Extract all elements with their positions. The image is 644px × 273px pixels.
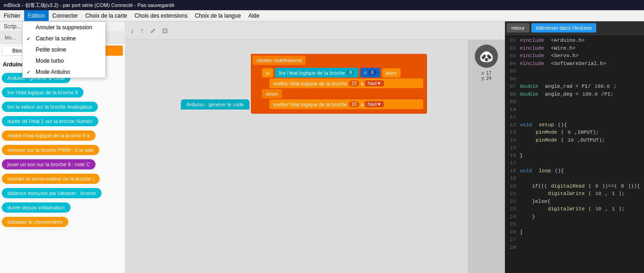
code-line-13: 13 pinMode(9,INPUT);: [507, 129, 642, 136]
block-jouer-son[interactable]: jouer un son sur la broche 9 : note C: [2, 159, 96, 169]
blocks-section: Arduino ▼ Arduino - générer le code lire…: [0, 58, 125, 273]
prog-outer-block: répéter indéfiniment si lire l'état logi…: [251, 54, 427, 114]
menu-choix-carte[interactable]: Choix de la carte: [82, 10, 131, 21]
prog-si-block[interactable]: si: [262, 68, 273, 78]
menu-choix-langue[interactable]: Choix de la langue: [191, 10, 244, 21]
toolbar-btn-grid[interactable]: ⊡: [160, 26, 170, 35]
prog-header-label: Arduino - générer le code: [186, 102, 244, 107]
right-toolbar: retour téléverser dans l'Arduino: [505, 21, 644, 35]
block-lire-etat[interactable]: lire l'état logique de la broche 9: [2, 87, 83, 98]
prog-alors-block[interactable]: alors: [382, 68, 401, 78]
toolbar-btn-down[interactable]: ↓: [129, 26, 136, 35]
prog-mettre1-block[interactable]: mettre l'état logique de la broche 10 à …: [269, 78, 423, 88]
prog-broche9-badge: 9: [346, 70, 355, 76]
tab-mo[interactable]: Mo...: [1, 33, 19, 42]
prog-broche10b-badge: 10: [349, 101, 359, 107]
toolbar-btn-up[interactable]: ↑: [139, 26, 146, 35]
code-line-20: 20 if(((digitalRead(9))==(0))){: [507, 182, 642, 190]
block-duree-init[interactable]: durée depuis initialisation: [2, 202, 70, 213]
block-orienter-servo[interactable]: orienter le servo-moteur de la broche (: [2, 174, 100, 184]
prog-mettre2-block[interactable]: mettre l'état logique de la broche 10 à …: [269, 99, 423, 109]
block-init-chrono[interactable]: initialiser le chronomètre: [2, 217, 68, 227]
prog-haut2-badge[interactable]: haut▼: [365, 101, 384, 107]
code-line-12: 12void setup(){: [507, 121, 642, 129]
retour-button[interactable]: retour: [507, 23, 529, 32]
code-line-09: 09: [507, 98, 642, 106]
code-line-17: 17: [507, 159, 642, 167]
code-line-19: 19: [507, 175, 642, 182]
code-line-08: 08double angle_deg = 180.0/PI;: [507, 91, 642, 98]
prog-inner-container: si lire l'état logique de la broche 9 = …: [260, 66, 425, 112]
code-line-18: 18void loop(){: [507, 167, 642, 175]
code-line-02: 02#include <Wire.h>: [507, 45, 642, 52]
prog-block-container: Arduino - générer le code répéter indéfi…: [181, 54, 427, 114]
canvas-area: ↓ ↑ ⤢ ⊡ Arduino - générer le code répéte…: [125, 21, 505, 273]
televerser-button[interactable]: téléverser dans l'Arduino: [531, 23, 597, 32]
scripts-label: Scrip...: [4, 23, 21, 30]
code-line-26: 26}: [507, 228, 642, 236]
panda-coords: x: 17 y: 24: [481, 71, 491, 81]
prog-if-row: si lire l'état logique de la broche 9 = …: [262, 68, 423, 78]
code-line-24: 24 }: [507, 213, 642, 221]
prog-zero-badge: 0: [368, 70, 376, 76]
prog-repeat-label: répéter indéfiniment: [256, 58, 301, 63]
prog-haut1-badge[interactable]: haut▼: [365, 80, 384, 86]
menu-mode-arduino[interactable]: ✓ Mode Arduino: [23, 66, 105, 78]
menu-mode-turbo-label: Mode turbo: [36, 58, 64, 64]
toolbar-btn-expand[interactable]: ⤢: [148, 26, 158, 35]
menu-choix-extensions[interactable]: Choix des extensions: [131, 10, 191, 21]
title-bar: mBlock - 创客工场(v3.2) - par port série (CO…: [0, 0, 644, 10]
code-line-25: 25: [507, 221, 642, 228]
menu-annuler-label: Annuler la suppression: [36, 24, 92, 31]
canvas-content: Arduino - générer le code répéter indéfi…: [125, 40, 505, 273]
menu-petite-scene[interactable]: Petite scène: [23, 44, 105, 55]
code-line-04: 04#include <SoftwareSerial.h>: [507, 60, 642, 68]
code-line-03: 03#include <Servo.h>: [507, 52, 642, 60]
section-title: Arduino: [3, 61, 24, 68]
prog-broche10-badge: 10: [349, 80, 359, 86]
menu-connecter[interactable]: Connecter: [49, 10, 82, 21]
prog-mettre1-container: mettre l'état logique de la broche 10 à …: [269, 78, 423, 88]
code-line-07: 07double angle_rad = PI/180.0;: [507, 83, 642, 91]
block-lire-valeur[interactable]: lire la valeur sur la broche Analogique: [2, 102, 98, 112]
prog-eq-block[interactable]: = 0: [360, 68, 380, 78]
code-line-22: 22 }else{: [507, 198, 642, 206]
prog-mettre2-container: mettre l'état logique de la broche 10 à …: [269, 99, 423, 109]
code-line-06: 06: [507, 75, 642, 83]
code-view: 01#include <Arduino.h> 02#include <Wire.…: [505, 35, 644, 273]
menu-cacher-scene[interactable]: ✓ Cacher la scène: [23, 33, 105, 44]
block-mettre-etat[interactable]: mettre l'état logique de la broche 9 à: [2, 130, 96, 141]
right-panel: retour téléverser dans l'Arduino 01#incl…: [505, 21, 644, 273]
menu-mode-turbo[interactable]: Mode turbo: [23, 55, 105, 66]
code-line-21: 21 digitalWrite(10,1);: [507, 190, 642, 198]
block-distance[interactable]: distance mesurée par ultrason : broche: [2, 188, 102, 198]
code-line-10: 10: [507, 106, 642, 114]
code-line-11: 11: [507, 113, 642, 121]
menu-aide[interactable]: Aide: [245, 10, 263, 21]
prog-header-block[interactable]: Arduino - générer le code: [181, 99, 249, 110]
code-line-27: 27: [507, 236, 642, 244]
prog-repeat-block[interactable]: répéter indéfiniment: [253, 56, 305, 65]
menu-annuler[interactable]: Annuler la suppression: [23, 22, 105, 33]
block-envoyer-pwm[interactable]: envoyer sur la broche PWM~ 5 la vale: [2, 145, 99, 155]
scene-area: 🐼 x: 17 y: 24: [468, 40, 505, 273]
code-line-15: 15: [507, 144, 642, 152]
menu-cacher-scene-label: Cacher la scène: [36, 35, 76, 42]
code-line-16: 16}: [507, 152, 642, 160]
code-line-05: 05: [507, 67, 642, 75]
prog-lire-block[interactable]: lire l'état logique de la broche 9: [275, 68, 358, 78]
code-line-01: 01#include <Arduino.h>: [507, 37, 642, 45]
code-line-14: 14 pinMode(10,OUTPUT);: [507, 136, 642, 144]
code-line-23: 23 digitalWrite(10,1);: [507, 205, 642, 213]
edition-dropdown: Annuler la suppression ✓ Cacher la scène…: [22, 21, 106, 78]
code-line-28: 28: [507, 244, 642, 252]
block-duree-etat[interactable]: durée de l'état 1 sur la broche Numéri: [2, 116, 98, 126]
menu-fichier[interactable]: Fichier: [0, 10, 24, 21]
title-text: mBlock - 创客工场(v3.2) - par port série (CO…: [4, 2, 174, 9]
checkmark-arduino: ✓: [26, 69, 31, 75]
prog-sinon-block[interactable]: sinon: [262, 89, 281, 98]
menu-edition[interactable]: Edition: [24, 10, 49, 21]
menu-mode-arduino-label: Mode Arduino: [36, 69, 70, 75]
menu-petite-scene-label: Petite scène: [36, 46, 66, 53]
menu-bar: Fichier Edition Connecter Choix de la ca…: [0, 10, 644, 21]
